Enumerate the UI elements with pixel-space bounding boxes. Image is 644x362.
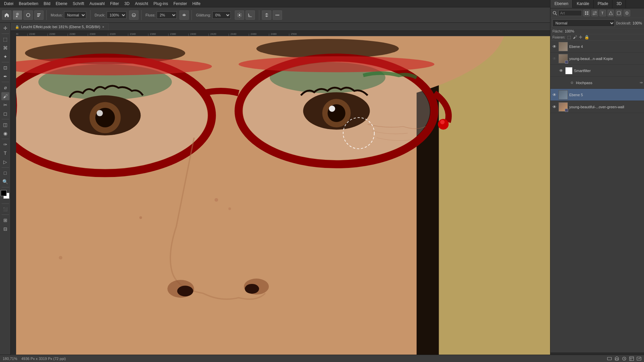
filter-adjust-icon[interactable]	[591, 10, 598, 16]
status-icon-5[interactable]	[637, 356, 641, 361]
settings-icon[interactable]	[235, 10, 244, 20]
filter-pixel-icon[interactable]	[583, 10, 590, 16]
brush-tool[interactable]: 🖌	[1, 92, 9, 100]
pen-tool[interactable]: ✑	[1, 140, 9, 148]
layer-item-smartfilter[interactable]: 👁 Smartfilter	[550, 65, 644, 77]
tab-bar: 🔒 Leucht Effekt.psdc bei 181% (Ebene 5, …	[11, 23, 550, 31]
lock-brush-icon[interactable]: 🖌	[573, 35, 577, 40]
brush-tool-option[interactable]	[13, 10, 22, 20]
layer-item-ebene4[interactable]: 👁 Ebene 4	[550, 41, 644, 53]
hochpass-filter-icon: ⊙	[569, 80, 575, 85]
eyedropper-tool[interactable]: ✒	[1, 72, 9, 80]
layer-vis-ebene5[interactable]: 👁	[552, 92, 557, 98]
menu-schrift[interactable]: Schrift	[70, 1, 87, 7]
art-search-input[interactable]	[558, 10, 582, 16]
layer-item-young-kopie[interactable]: 👁 young-beaut...n-wall Kopie	[550, 53, 644, 65]
menu-ebene[interactable]: Ebene	[53, 1, 70, 7]
status-icons	[607, 356, 641, 361]
move-tool[interactable]: ✛	[1, 24, 9, 32]
layer-item-hochpass[interactable]: ⊙ Hochpass ⇒	[550, 77, 644, 89]
flaeche-value[interactable]: 100%	[565, 29, 574, 33]
brush-size-option[interactable]	[23, 10, 33, 20]
svg-text:2280: 2280	[69, 33, 75, 36]
glattung-select[interactable]: 0%	[212, 11, 231, 19]
symmetry-icon[interactable]	[262, 10, 271, 20]
brush-alt-option[interactable]	[34, 10, 44, 20]
glattung-label: Glättung:	[196, 13, 211, 17]
filter-vector-icon[interactable]	[607, 10, 614, 16]
menu-3d[interactable]: 3D	[122, 1, 132, 7]
extra-icon[interactable]	[273, 10, 282, 20]
path-select-tool[interactable]: ▷	[1, 158, 9, 166]
status-icon-3[interactable]	[622, 356, 627, 361]
tab-ebenen[interactable]: Ebenen	[550, 0, 573, 8]
svg-point-81	[593, 13, 594, 15]
layer-thumb-ebene5	[558, 90, 568, 100]
menu-auswahl[interactable]: Auswahl	[87, 1, 107, 7]
text-tool[interactable]: T	[1, 149, 9, 157]
svg-point-71	[59, 256, 62, 259]
flaeche-row: Fläche: 100%	[550, 28, 644, 34]
wand-tool[interactable]: ✦	[1, 53, 9, 61]
lock-transparency-icon[interactable]: ⬚	[567, 35, 571, 40]
pressure-icon[interactable]	[129, 10, 139, 20]
layer-vis-ebene4[interactable]: 👁	[552, 44, 557, 49]
flaeche-label: Fläche:	[552, 29, 564, 33]
quick-mask-tool[interactable]: ⬛	[1, 205, 9, 213]
status-icon-4[interactable]	[629, 356, 634, 361]
tab-3d[interactable]: 3D	[612, 0, 626, 8]
menu-hilfe[interactable]: Hilfe	[190, 1, 203, 7]
gradient-tool[interactable]: ◫	[1, 121, 9, 129]
glattung-control: Glättung: 0%	[195, 11, 232, 19]
filter-smart-icon[interactable]	[615, 10, 622, 16]
angle-icon[interactable]	[246, 10, 255, 20]
crop-tool[interactable]: ⊡	[1, 64, 9, 72]
menu-bearbeiten[interactable]: Bearbeiten	[16, 1, 41, 7]
tab-close-btn[interactable]: ×	[102, 25, 104, 29]
status-icon-2[interactable]	[614, 356, 619, 361]
clone-tool[interactable]: ✂	[1, 101, 9, 109]
airbrush-icon[interactable]	[179, 10, 189, 20]
home-button[interactable]	[2, 10, 11, 20]
status-icon-1[interactable]	[607, 356, 612, 361]
menu-plugins[interactable]: Plug-ins	[151, 1, 171, 7]
menu-datei[interactable]: Datei	[1, 1, 16, 7]
tab-pfade[interactable]: Pfade	[594, 0, 612, 8]
layer-vis-young-beautiful[interactable]: 👁	[552, 104, 557, 110]
blur-tool[interactable]: ◉	[1, 129, 9, 137]
menu-fenster[interactable]: Fenster	[171, 1, 190, 7]
color-swatch-area	[1, 190, 10, 202]
opacity-value[interactable]: 100%	[633, 21, 642, 25]
lasso-tool[interactable]: ⌘	[1, 44, 9, 52]
layer-thumb-ebene4	[558, 42, 568, 51]
artboard-tool[interactable]: ⊟	[1, 225, 9, 233]
layer-item-young-beautiful[interactable]: 👁 young-beautiful-...over-green-wall	[550, 101, 644, 113]
art-filter-row: T	[550, 8, 644, 18]
shape-tool[interactable]: □	[1, 169, 9, 177]
tab-kanaele[interactable]: Kanäle	[573, 0, 593, 8]
eraser-tool[interactable]: ◻	[1, 110, 9, 118]
fluss-select[interactable]: 2%	[157, 11, 177, 19]
layer-item-ebene5[interactable]: 👁 Ebene 5	[550, 89, 644, 101]
filter-text-icon[interactable]: T	[599, 10, 606, 16]
mode-select[interactable]: Normal	[64, 11, 86, 19]
heal-tool[interactable]: ⌀	[1, 83, 9, 92]
lock-position-icon[interactable]: ✛	[579, 35, 582, 40]
menu-bild[interactable]: Bild	[41, 1, 53, 7]
canvas-area[interactable]	[16, 36, 550, 355]
svg-text:2440: 2440	[230, 33, 236, 36]
selection-tool[interactable]: ⬚	[1, 35, 9, 43]
menu-filter[interactable]: Filter	[107, 1, 122, 7]
lock-all-icon[interactable]: 🔒	[584, 35, 589, 40]
zoom-tool[interactable]: 🔍	[1, 178, 9, 186]
document-tab[interactable]: 🔒 Leucht Effekt.psdc bei 181% (Ebene 5, …	[11, 23, 109, 31]
druck-select[interactable]: 100%	[107, 11, 126, 19]
toolbar-separator-1	[46, 10, 47, 20]
layer-vis-young-kopie[interactable]: 👁	[552, 56, 557, 61]
filter-toggle-icon[interactable]	[624, 10, 630, 16]
foreground-color-swatch[interactable]	[1, 190, 7, 196]
layer-vis-smartfilter[interactable]: 👁	[558, 68, 564, 73]
menu-ansicht[interactable]: Ansicht	[132, 1, 151, 7]
screen-mode-tool[interactable]: ⊞	[1, 216, 9, 224]
blend-mode-select[interactable]: Normal	[552, 19, 615, 27]
